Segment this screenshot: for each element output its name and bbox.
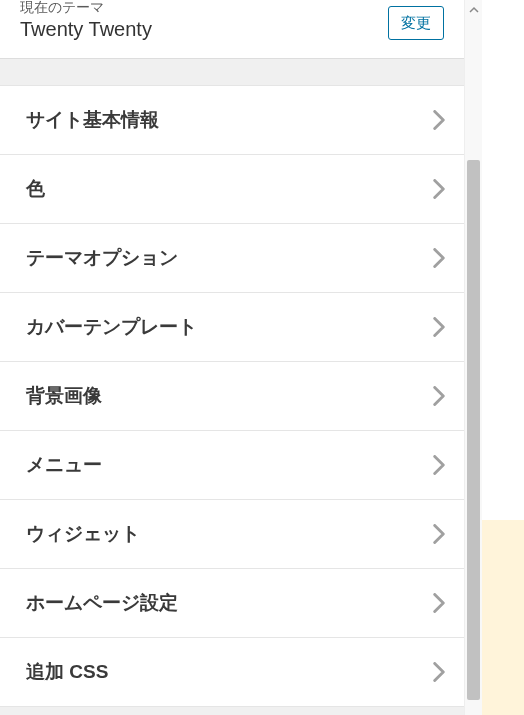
section-additional-css[interactable]: 追加 CSS — [0, 638, 464, 707]
section-background-image[interactable]: 背景画像 — [0, 362, 464, 431]
chevron-right-icon — [432, 251, 446, 265]
chevron-right-icon — [432, 182, 446, 196]
chevron-right-icon — [432, 527, 446, 541]
section-homepage-settings[interactable]: ホームページ設定 — [0, 569, 464, 638]
chevron-right-icon — [432, 665, 446, 679]
section-label: 背景画像 — [26, 383, 102, 409]
section-menus[interactable]: メニュー — [0, 431, 464, 500]
section-label: ウィジェット — [26, 521, 140, 547]
section-cover-template[interactable]: カバーテンプレート — [0, 293, 464, 362]
section-label: ホームページ設定 — [26, 590, 178, 616]
section-site-identity[interactable]: サイト基本情報 — [0, 86, 464, 155]
section-label: サイト基本情報 — [26, 107, 159, 133]
scroll-thumb[interactable] — [467, 160, 480, 700]
section-theme-options[interactable]: テーマオプション — [0, 224, 464, 293]
chevron-right-icon — [432, 596, 446, 610]
change-theme-button[interactable]: 変更 — [388, 6, 444, 40]
chevron-right-icon — [432, 389, 446, 403]
chevron-right-icon — [432, 113, 446, 127]
spacer — [0, 59, 464, 85]
section-label: 追加 CSS — [26, 659, 108, 685]
scroll-up-icon[interactable] — [465, 2, 482, 18]
theme-info: 現在のテーマ Twenty Twenty — [20, 4, 152, 42]
theme-header: 現在のテーマ Twenty Twenty 変更 — [0, 0, 464, 59]
section-label: カバーテンプレート — [26, 314, 197, 340]
scrollbar[interactable] — [464, 0, 482, 715]
section-label: 色 — [26, 176, 45, 202]
preview-sliver-region — [482, 520, 524, 715]
section-colors[interactable]: 色 — [0, 155, 464, 224]
section-widgets[interactable]: ウィジェット — [0, 500, 464, 569]
section-label: テーマオプション — [26, 245, 178, 271]
chevron-right-icon — [432, 458, 446, 472]
customizer-section-list: サイト基本情報 色 テーマオプション カバーテンプレート — [0, 85, 464, 707]
chevron-right-icon — [432, 320, 446, 334]
current-theme-label: 現在のテーマ — [20, 0, 152, 16]
preview-sliver — [482, 0, 524, 715]
theme-name: Twenty Twenty — [20, 16, 152, 42]
section-label: メニュー — [26, 452, 102, 478]
